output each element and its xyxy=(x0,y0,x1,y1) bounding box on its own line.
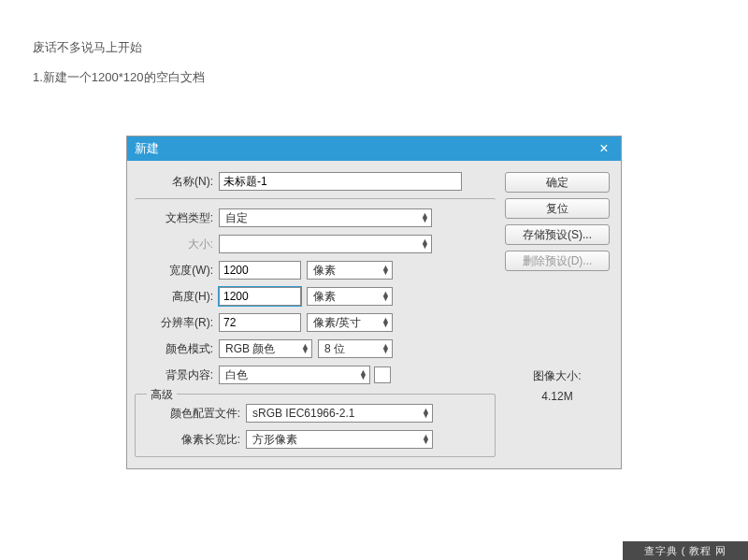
profile-select[interactable]: sRGB IEC61966-2.1 ▲▼ xyxy=(246,404,433,423)
new-document-dialog: 新建 × 名称(N): 文档类型: 自定 ▲▼ 大小: xyxy=(126,136,622,469)
width-input[interactable] xyxy=(219,261,301,280)
advanced-legend: 高级 xyxy=(147,387,177,403)
watermark: 查字典 ( 教程 网 xyxy=(623,541,748,560)
reset-button[interactable]: 复位 xyxy=(505,198,610,219)
height-unit-select[interactable]: 像素 ▲▼ xyxy=(307,287,393,306)
size-select[interactable]: ▲▼ xyxy=(219,235,432,253)
bgcontents-select[interactable]: 白色 ▲▼ xyxy=(219,366,370,384)
dialog-titlebar: 新建 × xyxy=(127,136,621,161)
intro-line-2: 1.新建一个1200*120的空白文档 xyxy=(33,69,205,86)
doctype-label: 文档类型: xyxy=(135,210,219,226)
chevron-updown-icon: ▲▼ xyxy=(381,344,390,353)
aspect-select[interactable]: 方形像素 ▲▼ xyxy=(246,430,433,449)
delete-preset-button[interactable]: 删除预设(D)... xyxy=(505,251,610,271)
image-size-value: 4.12M xyxy=(505,390,610,403)
resolution-input[interactable] xyxy=(219,313,301,332)
chevron-updown-icon: ▲▼ xyxy=(359,370,367,380)
chevron-updown-icon: ▲▼ xyxy=(381,318,390,327)
profile-label: 颜色配置文件: xyxy=(136,406,246,422)
height-label: 高度(H): xyxy=(135,289,219,305)
doctype-select[interactable]: 自定 ▲▼ xyxy=(219,208,432,227)
chevron-updown-icon: ▲▼ xyxy=(422,409,430,418)
bgcontents-label: 背景内容: xyxy=(135,367,219,383)
size-label: 大小: xyxy=(135,237,219,252)
colormode-label: 颜色模式: xyxy=(135,341,219,357)
chevron-updown-icon: ▲▼ xyxy=(422,435,430,444)
resolution-unit-select[interactable]: 像素/英寸 ▲▼ xyxy=(307,313,393,332)
image-size-label: 图像大小: xyxy=(505,368,610,384)
chevron-updown-icon: ▲▼ xyxy=(381,292,390,301)
chevron-updown-icon: ▲▼ xyxy=(421,239,429,249)
close-icon[interactable]: × xyxy=(595,136,613,161)
intro-line-1: 废话不多说马上开始 xyxy=(33,39,142,56)
name-label: 名称(N): xyxy=(135,174,219,190)
save-preset-button[interactable]: 存储预设(S)... xyxy=(505,224,610,245)
ok-button[interactable]: 确定 xyxy=(505,172,610,193)
chevron-updown-icon: ▲▼ xyxy=(421,213,429,223)
colormode-select[interactable]: RGB 颜色 ▲▼ xyxy=(219,339,312,358)
chevron-updown-icon: ▲▼ xyxy=(301,344,309,353)
name-input[interactable] xyxy=(219,172,462,191)
bitdepth-select[interactable]: 8 位 ▲▼ xyxy=(318,339,393,358)
image-size-block: 图像大小: 4.12M xyxy=(505,368,610,403)
dialog-title: 新建 xyxy=(135,136,159,161)
resolution-label: 分辨率(R): xyxy=(135,315,219,331)
width-unit-select[interactable]: 像素 ▲▼ xyxy=(307,261,393,280)
aspect-label: 像素长宽比: xyxy=(136,432,246,448)
width-label: 宽度(W): xyxy=(135,263,219,279)
height-input[interactable] xyxy=(219,287,301,306)
chevron-updown-icon: ▲▼ xyxy=(381,266,390,275)
bg-color-swatch[interactable] xyxy=(374,366,391,383)
